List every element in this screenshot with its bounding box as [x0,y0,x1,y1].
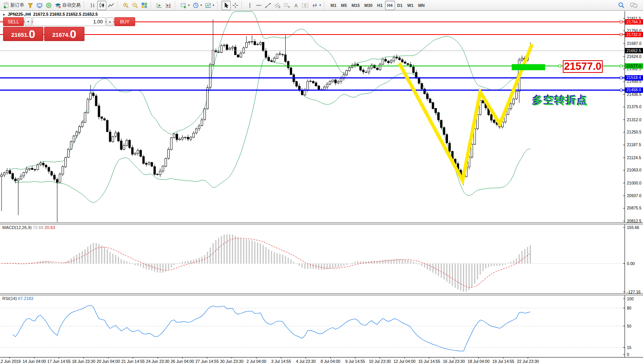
toolbar-separator [84,2,87,9]
timeframe-m15-button[interactable]: M15 [349,1,362,10]
trade-panel-controls: SELL ▼ ▲ BUY [3,17,84,26]
auto-trading-label: 自动交易 [62,2,81,8]
trendline-button[interactable] [263,1,273,10]
svg-text:3 Jul 14:55: 3 Jul 14:55 [271,359,291,364]
arrows-icon [312,2,318,8]
auto-trading-button[interactable]: 自动交易 [53,1,82,10]
svg-text:20937.0: 20937.0 [627,193,641,198]
auto-scroll-button[interactable] [155,1,164,10]
collapse-icon[interactable]: ▲ [2,13,5,16]
fibonacci-button[interactable]: F [282,1,292,10]
indicators-button[interactable]: ▾ [179,1,191,10]
market-window-button[interactable] [35,1,44,10]
timeframe-h1-button[interactable]: H1 [375,1,385,10]
rsi-name: RSI(14) [2,296,17,301]
symbol-timeframe-label: JPN225-,H4 [8,12,31,16]
candlestick-chart-button[interactable] [97,1,106,10]
candles [1,20,532,222]
new-order-label: 新订单 [10,2,24,8]
cursor-button[interactable] [221,1,231,10]
svg-text:12 Jun 2019: 12 Jun 2019 [0,359,21,364]
svg-text:27 Jun 14:55: 27 Jun 14:55 [195,359,219,364]
svg-text:15 Jul 14:55: 15 Jul 14:55 [418,359,440,364]
svg-text:80: 80 [627,306,631,310]
svg-text:17 Jun 14:55: 17 Jun 14:55 [47,359,71,364]
svg-text:21000.0: 21000.0 [627,181,641,185]
new-order-icon [3,2,9,8]
macd-signal-value: 20.83 [45,225,55,230]
tile-windows-button[interactable] [140,1,149,10]
svg-text:20875.5: 20875.5 [627,206,641,210]
periods-icon [193,2,199,8]
new-order-button[interactable]: 新订单 [2,1,26,10]
volume-input[interactable] [33,17,106,26]
svg-text:30 Jun 23:30: 30 Jun 23:30 [220,359,243,364]
timeframe-mn-button[interactable]: MN [416,1,427,10]
buy-button[interactable]: BUY [114,17,135,26]
sell-button[interactable]: SELL [3,17,24,26]
vertical-line-button[interactable] [246,1,254,10]
chart-shift-icon [165,2,172,8]
zoom-in-icon [123,2,129,8]
horizontal-lines [0,22,625,90]
svg-text:100: 100 [627,296,634,301]
svg-text:T: T [304,3,306,7]
window-icon [36,2,43,8]
fibonacci-icon: F [284,2,290,8]
volume-decrease-button[interactable]: ▼ [25,17,32,26]
toolbar-right [617,1,641,10]
channel-icon: E [274,2,281,8]
timeframe-m1-button[interactable]: M1 [328,1,339,10]
timeframe-h4-button[interactable]: H4 [385,1,395,10]
one-click-trade-panel: SELL ▼ ▲ BUY 21651.0 21674.0 [3,17,84,41]
timeframe-m5-button[interactable]: M5 [339,1,349,10]
periods-button[interactable]: ▾ [191,1,203,10]
svg-text:20812.5: 20812.5 [627,219,641,223]
svg-text:21732.0: 21732.0 [626,32,641,37]
rsi-window: 1008050150 [0,296,634,357]
trade-panel-prices: 21651.0 21674.0 [3,27,84,41]
price-callout-label[interactable]: 21577.0 [563,60,603,73]
text-label-button[interactable]: T [300,1,310,10]
buy-price-tile[interactable]: 21674.0 [44,27,84,41]
zoom-out-button[interactable] [131,1,140,10]
volume-increase-button[interactable]: ▲ [106,17,114,26]
zoom-in-button[interactable] [121,1,131,10]
toolbar-separator [241,2,245,9]
bar-chart-button[interactable] [88,1,97,10]
buy-price-main: 21674 [52,30,68,40]
svg-text:21518.4: 21518.4 [626,75,641,80]
svg-text:21 Jun 14:55: 21 Jun 14:55 [121,359,145,364]
svg-text:4 Jul 23:30: 4 Jul 23:30 [296,359,316,364]
signals-icon [46,2,52,8]
chart-shift-button[interactable] [164,1,173,10]
chat-button[interactable] [628,1,639,10]
timeframe-w1-button[interactable]: W1 [405,1,416,10]
line-chart-button[interactable] [106,1,116,10]
timeframe-d1-button[interactable]: D1 [395,1,405,10]
horizontal-line-button[interactable] [254,1,263,10]
chart-canvas[interactable]: 21811.521750.021687.021624.021562.521499… [0,11,643,364]
search-button[interactable] [617,1,626,10]
crosshair-button[interactable] [231,1,240,10]
svg-text:14 Jun 04:00: 14 Jun 04:00 [23,359,46,364]
arrows-button[interactable]: ▾ [310,1,322,10]
line-chart-icon [108,2,114,8]
timeframe-m30-button[interactable]: M30 [362,1,375,10]
templates-button[interactable]: ▾ [203,1,216,10]
sell-price-tile[interactable]: 21651.0 [3,27,43,41]
text-button[interactable]: A [292,1,300,10]
profile-button[interactable] [26,1,35,10]
horizontal-line-icon [256,2,262,8]
svg-text:0: 0 [627,352,629,357]
macd-window: 155.660.00-127.16 [0,225,641,294]
channel-button[interactable]: E [273,1,282,10]
main-toolbar: 新订单 自动交易 [0,0,643,11]
signals-button[interactable] [44,1,53,10]
buy-price-big-digit: 0 [70,28,76,40]
chart-ohlc-header: ▲ JPN225-,H4 21672.5 21692.5 21652.5 216… [2,12,98,16]
svg-text:21375.0: 21375.0 [627,104,641,109]
pivot-annotation-text[interactable]: 多空转折点 [533,94,588,107]
cursor-icon [223,2,229,8]
svg-text:50: 50 [627,324,631,328]
